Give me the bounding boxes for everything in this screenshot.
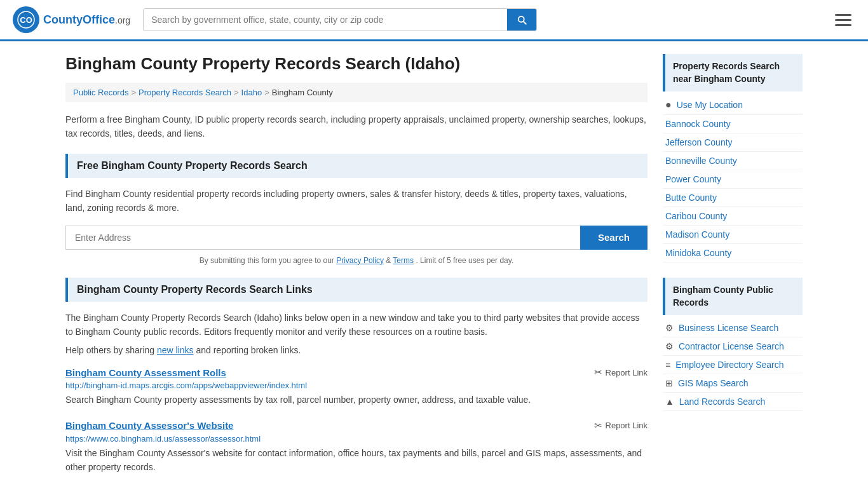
form-disclaimer: By submitting this form you agree to our… [65, 256, 648, 265]
breadcrumb-public-records[interactable]: Public Records [73, 88, 128, 97]
nearby-county-power: Power County [663, 170, 803, 189]
nearby-county-bannock: Bannock County [663, 115, 803, 133]
public-records-header: Bingham County Public Records [663, 278, 803, 315]
logo-icon: CO [13, 6, 39, 33]
breadcrumb-sep-1: > [131, 88, 136, 97]
record-link-title-2[interactable]: Bingham County Assessor's Website [65, 420, 233, 431]
page-description: Perform a free Bingham County, ID public… [65, 112, 648, 141]
butte-county-link[interactable]: Butte County [665, 193, 717, 203]
location-dot-icon: ● [665, 99, 672, 111]
address-input[interactable] [65, 226, 580, 250]
svg-text:CO: CO [20, 15, 32, 25]
nearby-county-madison: Madison County [663, 226, 803, 244]
nearby-counties-section: Property Records Search near Bingham Cou… [663, 54, 803, 262]
hamburger-menu-button[interactable] [831, 10, 855, 30]
employee-directory-link[interactable]: Employee Directory Search [675, 360, 783, 370]
business-license-item: ⚙ Business License Search [663, 319, 803, 337]
new-links-link[interactable]: new links [157, 345, 194, 355]
search-icon [516, 14, 527, 25]
land-records-item: ▲ Land Records Search [663, 393, 803, 411]
hamburger-line-1 [835, 14, 851, 16]
contractor-license-item: ⚙ Contractor License Search [663, 337, 803, 356]
hamburger-line-2 [835, 19, 851, 21]
record-link-title-1[interactable]: Bingham County Assessment Rolls [65, 367, 226, 378]
bonneville-county-link[interactable]: Bonneville County [665, 156, 737, 166]
record-url-2: https://www.co.bingham.id.us/assessor/as… [65, 434, 648, 444]
free-search-description: Find Bingham County residential property… [65, 187, 648, 215]
sidebar: Property Records Search near Bingham Cou… [663, 54, 803, 487]
breadcrumb-sep-3: > [264, 88, 269, 97]
global-search-button[interactable] [507, 9, 536, 30]
links-description: The Bingham County Property Records Sear… [65, 311, 648, 339]
record-link-header-1: Bingham County Assessment Rolls ✂ Report… [65, 367, 648, 378]
breadcrumb-current: Bingham County [272, 88, 333, 97]
main-container: Bingham County Property Records Search (… [53, 41, 815, 488]
gear-icon-1: ⚙ [665, 323, 674, 333]
gis-maps-item: ⊞ GIS Maps Search [663, 374, 803, 393]
power-county-link[interactable]: Power County [665, 174, 721, 184]
share-links-text: Help others by sharing new links and rep… [65, 345, 648, 355]
public-records-section: Bingham County Public Records ⚙ Business… [663, 278, 803, 411]
record-desc-1: Search Bingham County property assessmen… [65, 393, 648, 407]
breadcrumb-idaho[interactable]: Idaho [241, 88, 262, 97]
record-url-1: http://bingham-id.maps.arcgis.com/apps/w… [65, 381, 648, 390]
address-search-button[interactable]: Search [580, 226, 648, 250]
minidoka-county-link[interactable]: Minidoka County [665, 248, 731, 258]
free-search-section-header: Free Bingham County Property Records Sea… [65, 154, 648, 178]
global-search-input[interactable] [144, 10, 507, 30]
nearby-county-caribou: Caribou County [663, 207, 803, 226]
nearby-counties-header: Property Records Search near Bingham Cou… [663, 54, 803, 92]
jefferson-county-link[interactable]: Jefferson County [665, 137, 733, 147]
nearby-county-bonneville: Bonneville County [663, 152, 803, 170]
address-search-row: Search [65, 226, 648, 250]
record-link-item-1: Bingham County Assessment Rolls ✂ Report… [65, 367, 648, 407]
nearby-county-minidoka: Minidoka County [663, 244, 803, 262]
contractor-license-link[interactable]: Contractor License Search [679, 341, 784, 351]
page-title: Bingham County Property Records Search (… [65, 54, 648, 74]
nearby-county-jefferson: Jefferson County [663, 133, 803, 152]
site-header: CO CountyOffice.org [0, 0, 868, 41]
gear-icon-2: ⚙ [665, 341, 674, 351]
record-link-header-2: Bingham County Assessor's Website ✂ Repo… [65, 420, 648, 431]
land-icon: ▲ [665, 396, 674, 407]
content-area: Bingham County Property Records Search (… [65, 54, 648, 487]
use-location-item: ● Use My Location [663, 95, 803, 115]
madison-county-link[interactable]: Madison County [665, 229, 729, 240]
privacy-policy-link[interactable]: Privacy Policy [336, 256, 384, 265]
breadcrumb: Public Records > Property Records Search… [65, 83, 648, 102]
report-link-button-1[interactable]: ✂ Report Link [594, 367, 648, 378]
bannock-county-link[interactable]: Bannock County [665, 119, 731, 129]
logo-link[interactable]: CO CountyOffice.org [13, 6, 130, 33]
breadcrumb-property-records-search[interactable]: Property Records Search [139, 88, 231, 97]
logo-text: CountyOffice.org [43, 13, 130, 27]
caribou-county-link[interactable]: Caribou County [665, 211, 727, 221]
wrench-icon-2: ✂ [594, 420, 602, 431]
nearby-county-butte: Butte County [663, 189, 803, 207]
record-link-item-2: Bingham County Assessor's Website ✂ Repo… [65, 420, 648, 475]
links-section-header: Bingham County Property Records Search L… [65, 278, 648, 302]
wrench-icon-1: ✂ [594, 367, 602, 378]
list-icon: ≡ [665, 360, 670, 370]
breadcrumb-sep-2: > [234, 88, 239, 97]
use-location-link[interactable]: Use My Location [677, 100, 743, 110]
business-license-link[interactable]: Business License Search [679, 323, 778, 333]
hamburger-line-3 [835, 24, 851, 26]
report-link-button-2[interactable]: ✂ Report Link [594, 420, 648, 431]
gis-maps-link[interactable]: GIS Maps Search [678, 378, 749, 388]
employee-directory-item: ≡ Employee Directory Search [663, 356, 803, 374]
global-search-bar [143, 8, 537, 31]
map-icon: ⊞ [665, 378, 673, 388]
links-section: Bingham County Property Records Search L… [65, 278, 648, 475]
record-desc-2: Visit the Bingham County Assessor's webs… [65, 446, 648, 475]
terms-link[interactable]: Terms [393, 256, 414, 265]
land-records-link[interactable]: Land Records Search [679, 396, 765, 407]
